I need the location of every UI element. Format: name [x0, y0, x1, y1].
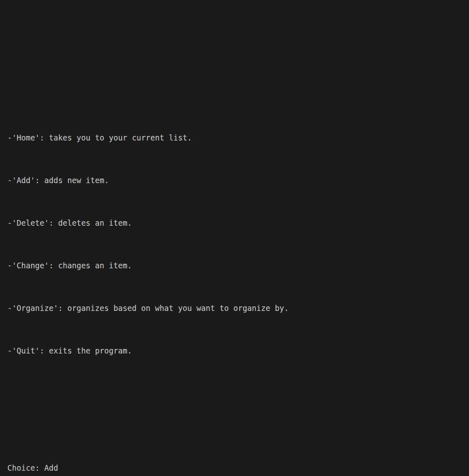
- choice-prompt-top: Choice: Add: [7, 463, 469, 474]
- choice-label: Choice:: [7, 464, 40, 472]
- menu-line: -'Delete': deletes an item.: [7, 218, 469, 229]
- menu-line: -'Home': takes you to your current list.: [7, 133, 469, 143]
- choice-value: Add: [44, 464, 58, 472]
- menu-line: -'Change': changes an item.: [7, 261, 469, 271]
- blank-line: [7, 37, 469, 48]
- menu-top: -'Home': takes you to your current list.…: [7, 90, 469, 378]
- menu-line: -'Quit': exits the program.: [7, 346, 469, 356]
- terminal-window[interactable]: -'Home': takes you to your current list.…: [0, 0, 469, 476]
- menu-line: -'Add': adds new item.: [7, 175, 469, 186]
- blank-line: [7, 410, 469, 420]
- menu-line: -'Organize': organizes based on what you…: [7, 303, 469, 314]
